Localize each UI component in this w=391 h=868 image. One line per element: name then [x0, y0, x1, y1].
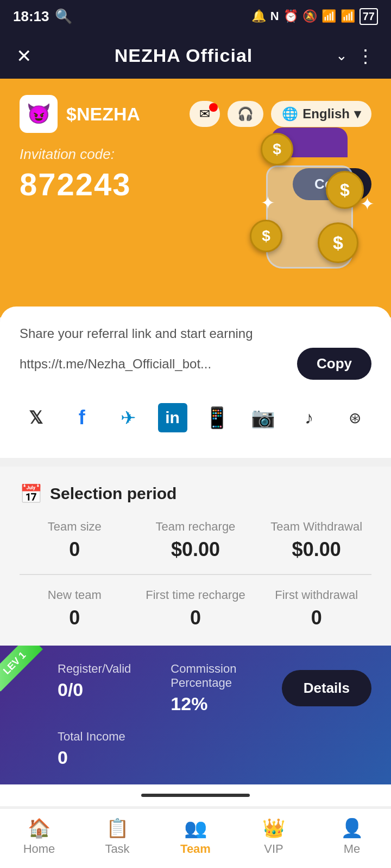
- sparkle-2: ✦: [360, 194, 375, 214]
- register-valid-value: 0/0: [58, 679, 157, 700]
- bottom-navigation: 🏠 Home 📋 Task 👥 Team 👑 VIP 👤 Me: [0, 808, 391, 868]
- bell-icon: 🔔: [251, 9, 266, 23]
- task-icon: 📋: [106, 817, 129, 839]
- details-button[interactable]: Details: [282, 670, 371, 706]
- stat-team-withdrawal-label: Team Withdrawal: [261, 520, 371, 534]
- stat-team-recharge-label: Team recharge: [141, 520, 251, 534]
- vip-label: VIP: [264, 842, 283, 856]
- status-right: 🔔 N ⏰ 🔕 📶 📶 77: [251, 8, 378, 25]
- stats-grid-top: Team size 0 Team recharge $0.00 Team Wit…: [20, 520, 371, 561]
- header-title: NEZHA Official: [115, 45, 253, 66]
- avatar: 😈: [20, 95, 58, 133]
- referral-section: Share your referral link and start earni…: [0, 307, 391, 458]
- stat-team-size-label: Team size: [20, 520, 130, 534]
- team-icon: 👥: [184, 817, 207, 839]
- home-indicator-bar: [141, 794, 250, 797]
- telegram-button[interactable]: ✈: [112, 401, 144, 434]
- brand-name: $NEZHA: [66, 104, 140, 125]
- stat-new-team: New team 0: [20, 588, 130, 629]
- status-left: 18:13 🔍: [13, 8, 72, 25]
- hero-banner: 😈 $NEZHA ✉ 🎧 🌐 English ▾ $ $ $: [0, 79, 391, 317]
- register-valid-stat: Register/Valid 0/0: [58, 662, 157, 714]
- stat-first-recharge: First time recharge 0: [141, 588, 251, 629]
- mail-icon: ✉: [199, 106, 210, 122]
- stat-team-recharge: Team recharge $0.00: [141, 520, 251, 561]
- stat-new-team-label: New team: [20, 588, 130, 602]
- nav-vip[interactable]: 👑 VIP: [247, 817, 301, 856]
- instagram-button[interactable]: 📷: [247, 401, 279, 434]
- commission-value: 12%: [171, 693, 270, 714]
- vip-icon: 👑: [262, 817, 285, 839]
- stat-team-size: Team size 0: [20, 520, 130, 561]
- invitation-code: 872243: [20, 166, 131, 202]
- stat-first-withdrawal: First withdrawal 0: [261, 588, 371, 629]
- selection-header: 📅 Selection period: [20, 483, 371, 505]
- total-income-label: Total Income: [58, 730, 371, 744]
- home-indicator: [0, 784, 391, 806]
- mail-button[interactable]: ✉: [190, 101, 220, 127]
- me-icon: 👤: [340, 817, 363, 839]
- nav-task[interactable]: 📋 Task: [90, 817, 144, 856]
- battery-indicator: 77: [360, 8, 378, 25]
- other-social-button[interactable]: ⊛: [339, 401, 371, 434]
- stat-first-withdrawal-value: 0: [261, 607, 371, 629]
- sparkle-1: ✦: [261, 193, 275, 213]
- nav-home[interactable]: 🏠 Home: [12, 817, 66, 856]
- referral-row: https://t.me/Nezha_Officiall_bot... Copy: [20, 348, 371, 380]
- x-twitter-button[interactable]: 𝕏: [20, 401, 52, 434]
- header-left: ✕: [16, 45, 31, 67]
- level-card: LEV 1 Register/Valid 0/0 Commission Perc…: [0, 646, 391, 784]
- signal-icon: 📶: [340, 9, 355, 23]
- copy-link-button[interactable]: Copy: [297, 348, 371, 380]
- linkedin-button[interactable]: in: [158, 403, 187, 432]
- status-bar: 18:13 🔍 🔔 N ⏰ 🔕 📶 📶 77: [0, 0, 391, 33]
- selection-period-section: 📅 Selection period Team size 0 Team rech…: [0, 467, 391, 646]
- coin-4: $: [318, 222, 358, 263]
- me-label: Me: [344, 842, 361, 856]
- stat-team-withdrawal: Team Withdrawal $0.00: [261, 520, 371, 561]
- alarm-icon: ⏰: [283, 9, 298, 23]
- home-label: Home: [23, 842, 55, 856]
- notification-dot: [209, 103, 218, 112]
- stat-team-recharge-value: $0.00: [141, 538, 251, 561]
- whatsapp-button[interactable]: 📱: [200, 401, 233, 434]
- avatar-emoji: 😈: [27, 103, 51, 125]
- task-label: Task: [105, 842, 129, 856]
- mute-icon: 🔕: [302, 9, 317, 23]
- nav-team[interactable]: 👥 Team: [168, 817, 223, 856]
- home-icon: 🏠: [28, 817, 51, 839]
- status-time: 18:13: [13, 8, 49, 25]
- tiktok-button[interactable]: ♪: [293, 401, 325, 434]
- social-icons-row: 𝕏 f ✈ in 📱 📷 ♪ ⊛: [20, 396, 371, 445]
- stat-team-size-value: 0: [20, 538, 130, 561]
- facebook-button[interactable]: f: [66, 401, 98, 434]
- calendar-icon: 📅: [20, 483, 42, 505]
- total-income-section: Total Income 0: [58, 730, 371, 768]
- stat-first-recharge-value: 0: [141, 607, 251, 629]
- dropdown-button[interactable]: ⌄: [336, 47, 348, 64]
- total-income-value: 0: [58, 747, 371, 768]
- commission-label: Commission Percentage: [171, 662, 270, 690]
- referral-link: https://t.me/Nezha_Officiall_bot...: [20, 356, 288, 372]
- commission-stat: Commission Percentage 12%: [171, 662, 270, 714]
- team-label: Team: [180, 842, 211, 856]
- stats-grid-bottom: New team 0 First time recharge 0 First w…: [20, 588, 371, 629]
- header-right: ⌄ ⋮: [336, 45, 375, 67]
- coin-2: $: [326, 171, 364, 209]
- menu-button[interactable]: ⋮: [356, 45, 375, 67]
- app-header: ✕ NEZHA Official ⌄ ⋮: [0, 33, 391, 79]
- stat-new-team-value: 0: [20, 607, 130, 629]
- coin-3: $: [250, 220, 282, 252]
- stat-team-withdrawal-value: $0.00: [261, 538, 371, 561]
- stat-first-recharge-label: First time recharge: [141, 588, 251, 602]
- close-button[interactable]: ✕: [16, 45, 31, 67]
- nav-me[interactable]: 👤 Me: [325, 817, 379, 856]
- search-icon: 🔍: [55, 8, 72, 25]
- stats-divider: [20, 574, 371, 575]
- register-valid-label: Register/Valid: [58, 662, 157, 676]
- wifi-icon: 📶: [321, 9, 336, 23]
- level-badge: LEV 1: [0, 646, 43, 691]
- level-card-content: Register/Valid 0/0 Commission Percentage…: [58, 662, 371, 714]
- nfc-icon: N: [270, 9, 279, 23]
- level-stats: Register/Valid 0/0 Commission Percentage…: [58, 662, 271, 714]
